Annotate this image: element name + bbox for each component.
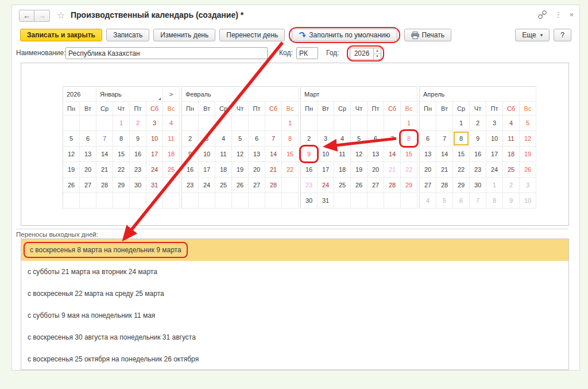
day-cell[interactable]: 27 [420, 178, 436, 193]
day-cell[interactable]: 28 [436, 178, 453, 193]
close-icon[interactable]: × [569, 11, 574, 19]
day-cell[interactable]: 7 [384, 131, 401, 147]
day-cell[interactable]: 2 [182, 131, 199, 147]
day-cell[interactable]: 17 [486, 147, 503, 162]
help-button[interactable]: ? [554, 29, 571, 41]
day-cell[interactable]: 18 [334, 162, 351, 178]
day-cell[interactable]: 27 [368, 178, 384, 193]
day-cell[interactable]: 30 [470, 178, 486, 193]
day-cell[interactable]: 5 [351, 131, 368, 147]
day-cell[interactable]: 10 [520, 193, 536, 209]
day-cell[interactable]: 15 [282, 147, 299, 162]
day-cell[interactable]: 3 [520, 178, 536, 193]
day-cell[interactable]: 25 [334, 178, 351, 193]
spinner-down-icon[interactable]: ▼ [374, 54, 381, 59]
day-cell[interactable]: 24 [486, 162, 503, 178]
get-link-icon[interactable] [538, 10, 547, 19]
day-cell[interactable]: 6 [249, 131, 265, 147]
day-cell[interactable]: 20 [249, 162, 265, 178]
move-day-button[interactable]: Перенести день [219, 29, 285, 41]
day-cell[interactable]: 4 [503, 115, 520, 131]
day-cell[interactable]: 19 [232, 162, 249, 178]
day-cell[interactable]: 8 [401, 131, 417, 147]
day-cell[interactable]: 19 [520, 147, 536, 162]
save-close-button[interactable]: Записать и закрыть [20, 29, 102, 41]
day-cell[interactable]: 2 [301, 131, 318, 147]
day-cell[interactable]: 25 [503, 162, 520, 178]
day-cell[interactable]: 18 [215, 162, 232, 178]
day-cell[interactable]: 26 [63, 178, 80, 193]
day-cell[interactable]: 20 [420, 162, 436, 178]
day-cell[interactable]: 3 [146, 115, 163, 131]
day-cell[interactable]: 12 [351, 147, 368, 162]
day-cell[interactable]: 18 [503, 147, 520, 162]
day-cell[interactable]: 13 [368, 147, 384, 162]
year-spinner[interactable]: ▲▼ [373, 48, 381, 59]
day-cell[interactable]: 15 [113, 147, 130, 162]
transfer-row[interactable]: с воскресенья 8 марта на понедельник 9 м… [21, 239, 568, 261]
day-cell[interactable]: 13 [249, 147, 265, 162]
day-cell[interactable]: 5 [63, 131, 80, 147]
day-cell[interactable]: 2 [130, 115, 146, 131]
day-cell[interactable]: 9 [503, 193, 520, 209]
more-vertical-icon[interactable]: ⋮ [554, 11, 562, 19]
day-cell[interactable]: 24 [146, 162, 163, 178]
day-cell[interactable]: 7 [265, 131, 282, 147]
day-cell[interactable]: 12 [520, 131, 536, 147]
day-cell[interactable]: 22 [113, 162, 130, 178]
day-cell[interactable]: 23 [470, 162, 486, 178]
day-cell[interactable]: 10 [318, 147, 334, 162]
day-cell[interactable]: 26 [520, 162, 536, 178]
day-cell[interactable]: 28 [384, 178, 401, 193]
day-cell[interactable]: 16 [182, 162, 199, 178]
day-cell[interactable]: 13 [80, 147, 96, 162]
day-cell[interactable]: 12 [63, 147, 80, 162]
day-cell[interactable]: 5 [520, 115, 536, 131]
name-input[interactable] [65, 47, 268, 59]
day-cell[interactable]: 2 [503, 178, 520, 193]
day-cell[interactable]: 14 [384, 147, 401, 162]
day-cell[interactable]: 26 [351, 178, 368, 193]
day-cell[interactable]: 15 [453, 147, 470, 162]
day-cell[interactable]: 1 [113, 115, 130, 131]
day-cell[interactable]: 17 [318, 162, 334, 178]
day-cell[interactable]: 3 [318, 131, 334, 147]
day-cell[interactable]: 19 [63, 162, 80, 178]
year-input[interactable]: 2026 [350, 48, 373, 59]
day-cell[interactable]: 29 [453, 178, 470, 193]
splitter[interactable] [16, 229, 568, 229]
day-cell[interactable]: 29 [113, 178, 130, 193]
day-cell[interactable]: 20 [368, 162, 384, 178]
day-cell[interactable]: 18 [163, 147, 180, 162]
day-cell[interactable]: 21 [96, 162, 113, 178]
day-cell[interactable]: 20 [80, 162, 96, 178]
day-cell[interactable]: 3 [199, 131, 215, 147]
day-cell[interactable]: 22 [401, 162, 417, 178]
day-cell[interactable]: 7 [96, 131, 113, 147]
day-cell[interactable]: 8 [453, 131, 470, 147]
day-cell[interactable]: 9 [470, 131, 486, 147]
day-cell[interactable]: 3 [486, 115, 503, 131]
day-cell[interactable]: 8 [113, 131, 130, 147]
day-cell[interactable]: 22 [282, 162, 299, 178]
day-cell[interactable]: 17 [146, 147, 163, 162]
day-cell[interactable]: 10 [199, 147, 215, 162]
day-cell[interactable]: 28 [96, 178, 113, 193]
day-cell[interactable]: 22 [453, 162, 470, 178]
month-name[interactable]: Январь [96, 87, 163, 102]
day-cell[interactable]: 21 [265, 162, 282, 178]
day-cell[interactable]: 25 [163, 162, 180, 178]
day-cell[interactable]: 9 [182, 147, 199, 162]
forward-button[interactable]: → [34, 10, 50, 22]
day-cell[interactable]: 6 [80, 131, 96, 147]
save-button[interactable]: Записать [106, 29, 149, 41]
day-cell[interactable]: 2 [470, 115, 486, 131]
day-cell[interactable]: 21 [384, 162, 401, 178]
day-cell[interactable]: 11 [503, 131, 520, 147]
back-button[interactable]: ← [19, 10, 34, 22]
day-cell[interactable]: 29 [401, 178, 417, 193]
day-cell[interactable]: 16 [301, 162, 318, 178]
transfer-row[interactable]: с субботы 9 мая на понедельник 11 мая [21, 305, 568, 326]
day-cell[interactable]: 7 [470, 193, 486, 209]
day-cell[interactable]: 7 [436, 131, 453, 147]
